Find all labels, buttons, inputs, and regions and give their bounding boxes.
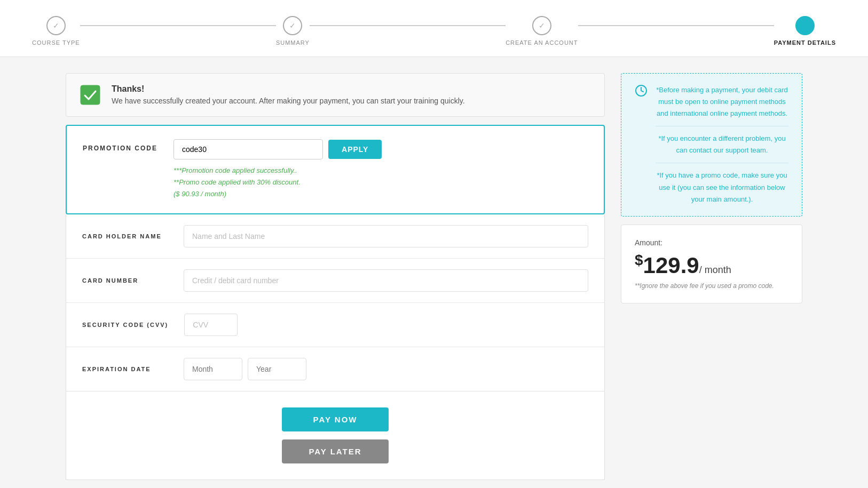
promo-inner: PROMOTION CODE APPLY ***Promotion code a… [83,139,588,200]
progress-bar-container: ✓ COURSE TYPE ✓ SUMMARY ✓ CREATE AN ACCO… [0,0,868,57]
right-panel: *Before making a payment, your debit car… [621,73,802,480]
apply-button[interactable]: APPLY [328,140,382,159]
form-row-card-holder: CARD HOLDER NAME [66,214,604,259]
form-row-card-number: CARD NUMBER [66,259,604,303]
step-summary: ✓ SUMMARY [276,16,310,46]
promo-input-row: APPLY [173,139,588,159]
promo-section: PROMOTION CODE APPLY ***Promotion code a… [66,125,605,214]
card-number-input[interactable] [184,269,588,292]
cvv-input[interactable] [184,314,238,336]
success-text: Thanks! We have successfully created you… [112,84,465,105]
amount-note: **Ignore the above fee if you used a pro… [635,282,788,290]
step-course-type: ✓ COURSE TYPE [32,16,80,46]
step-line-2 [310,25,506,26]
svg-rect-0 [81,85,100,105]
pay-now-button[interactable]: PAY NOW [282,407,389,431]
step-line-3 [578,25,774,26]
year-input[interactable] [248,358,306,380]
check-icon [80,84,101,106]
card-holder-label: CARD HOLDER NAME [82,233,168,239]
info-divider-2 [656,163,788,163]
progress-steps: ✓ COURSE TYPE ✓ SUMMARY ✓ CREATE AN ACCO… [32,16,836,46]
promo-code-input[interactable] [173,139,323,159]
step-label-course-type: COURSE TYPE [32,39,80,46]
promo-success-line3: ($ 90.93 / month) [173,188,588,200]
info-text-line1: *Before making a payment, your debit car… [656,84,788,119]
currency-symbol: $ [635,252,643,268]
info-text-container: *Before making a payment, your debit car… [656,84,788,205]
step-circle-create-account: ✓ [532,16,551,35]
step-line-1 [80,25,276,26]
step-label-summary: SUMMARY [276,39,310,46]
card-holder-input[interactable] [184,225,588,247]
per-month: / month [699,265,731,275]
form-row-expiry: EXPIRATION DATE [66,347,604,391]
step-circle-course-type: ✓ [46,16,66,35]
step-payment-details: PAYMENT DETAILS [774,16,836,46]
step-label-payment-details: PAYMENT DETAILS [774,39,836,46]
cvv-label: SECURITY CODE (CVV) [82,322,168,328]
step-circle-summary: ✓ [283,16,302,35]
month-input[interactable] [184,358,242,380]
expiry-label: EXPIRATION DATE [82,366,168,372]
promo-label: PROMOTION CODE [83,139,157,152]
pay-later-button[interactable]: PAY LATER [282,439,389,463]
step-circle-payment-details [795,16,815,35]
promo-success-line1: ***Promotion code applied successfully.. [173,165,588,177]
success-message: We have successfully created your accoun… [112,97,465,105]
info-box: *Before making a payment, your debit car… [621,73,802,217]
promo-success-line2: **Promo code applied with 30% discount. [173,177,588,188]
amount-value: $129.9/ month [635,252,788,278]
expiry-row [184,358,306,380]
success-banner: Thanks! We have successfully created you… [66,73,605,117]
promo-success-text: ***Promotion code applied successfully..… [173,165,588,200]
step-label-create-account: CREATE AN ACCOUNT [506,39,578,46]
info-text-line2: *If you encounter a different problem, y… [656,133,788,156]
info-divider-1 [656,126,788,126]
success-title: Thanks! [112,84,465,94]
amount-label: Amount: [635,238,788,247]
form-section: CARD HOLDER NAME CARD NUMBER SECURITY CO… [66,214,605,391]
buttons-row: PAY NOW PAY LATER [66,391,605,480]
amount-number: 129.9 [643,253,699,278]
amount-box: Amount: $129.9/ month **Ignore the above… [621,225,802,303]
clock-icon [635,84,648,205]
info-text-line3: *If you have a promo code, make sure you… [656,170,788,205]
card-number-label: CARD NUMBER [82,277,168,284]
promo-right: APPLY ***Promotion code applied successf… [173,139,588,200]
main-content: Thanks! We have successfully created you… [34,57,834,488]
left-panel: Thanks! We have successfully created you… [66,73,605,480]
form-row-cvv: SECURITY CODE (CVV) [66,303,604,347]
step-create-account: ✓ CREATE AN ACCOUNT [506,16,578,46]
